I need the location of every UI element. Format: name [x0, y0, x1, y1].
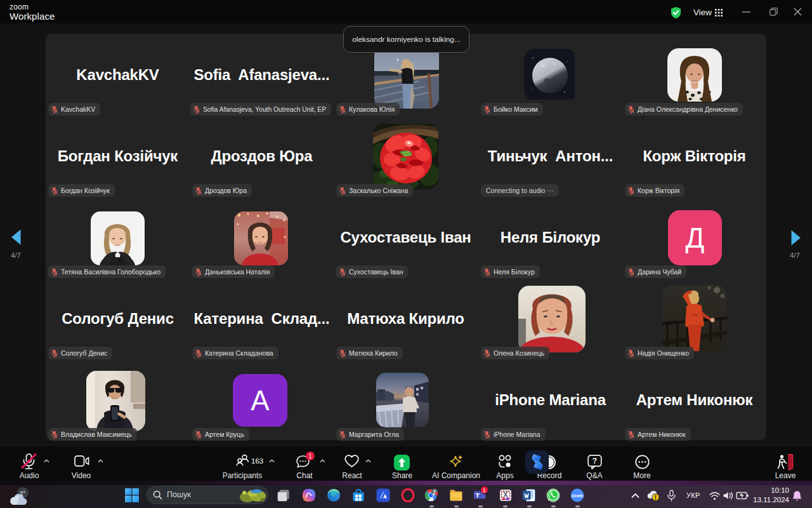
svg-text:zoom: zoom [572, 493, 583, 498]
svg-text:?: ? [593, 457, 597, 465]
